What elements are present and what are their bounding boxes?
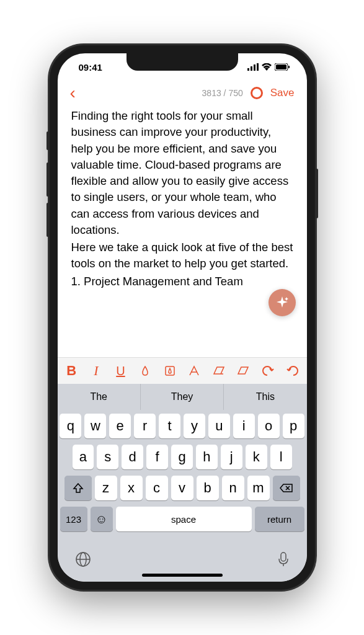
keyboard-suggestions: The They This bbox=[58, 384, 307, 410]
shift-key[interactable] bbox=[64, 476, 92, 500]
highlight-button[interactable] bbox=[162, 365, 178, 377]
keyboard: q w e r t y u i o p a s d f g h j k l bbox=[58, 410, 307, 543]
key-q[interactable]: q bbox=[60, 414, 81, 438]
key-j[interactable]: j bbox=[221, 445, 242, 469]
key-l[interactable]: l bbox=[270, 445, 292, 469]
signal-icon bbox=[247, 63, 259, 71]
key-e[interactable]: e bbox=[109, 414, 131, 438]
format-toolbar: B I U bbox=[58, 357, 307, 384]
paragraph[interactable]: 1. Project Management and Team bbox=[71, 273, 293, 290]
keyboard-footer bbox=[58, 543, 307, 570]
status-time: 09:41 bbox=[79, 62, 102, 73]
key-n[interactable]: n bbox=[222, 476, 244, 500]
key-c[interactable]: c bbox=[146, 476, 168, 500]
ai-assist-button[interactable] bbox=[269, 289, 296, 316]
eraser-button[interactable] bbox=[236, 365, 252, 377]
space-key[interactable]: space bbox=[116, 507, 252, 531]
sparkle-icon bbox=[275, 295, 290, 310]
undo-button[interactable] bbox=[260, 365, 276, 377]
key-v[interactable]: v bbox=[171, 476, 193, 500]
key-t[interactable]: t bbox=[159, 414, 180, 438]
globe-icon[interactable] bbox=[75, 551, 91, 567]
svg-rect-0 bbox=[247, 68, 249, 71]
backspace-icon bbox=[280, 483, 293, 493]
home-indicator[interactable] bbox=[142, 574, 223, 577]
key-k[interactable]: k bbox=[246, 445, 267, 469]
key-w[interactable]: w bbox=[84, 414, 106, 438]
key-z[interactable]: z bbox=[95, 476, 117, 500]
font-button[interactable] bbox=[186, 364, 202, 378]
wifi-icon bbox=[262, 63, 272, 71]
clear-format-button[interactable] bbox=[211, 365, 227, 377]
numbers-key[interactable]: 123 bbox=[60, 507, 87, 531]
return-key[interactable]: return bbox=[255, 507, 304, 531]
key-d[interactable]: d bbox=[122, 445, 143, 469]
key-h[interactable]: h bbox=[196, 445, 218, 469]
suggestion[interactable]: The bbox=[58, 384, 141, 410]
svg-rect-2 bbox=[254, 64, 255, 71]
key-x[interactable]: x bbox=[120, 476, 143, 500]
svg-rect-5 bbox=[276, 64, 286, 69]
save-button[interactable]: Save bbox=[270, 87, 295, 99]
key-i[interactable]: i bbox=[233, 414, 255, 438]
paragraph[interactable]: Finding the right tools for your small b… bbox=[71, 108, 293, 238]
key-s[interactable]: s bbox=[97, 445, 118, 469]
key-g[interactable]: g bbox=[171, 445, 193, 469]
italic-button[interactable]: I bbox=[88, 363, 104, 379]
loading-indicator bbox=[251, 87, 263, 99]
key-y[interactable]: y bbox=[184, 414, 205, 438]
nav-bar: ‹ 3813 / 750 Save bbox=[58, 81, 307, 108]
svg-rect-1 bbox=[251, 66, 252, 71]
underline-button[interactable]: U bbox=[113, 364, 129, 378]
key-p[interactable]: p bbox=[283, 414, 304, 438]
key-m[interactable]: m bbox=[247, 476, 270, 500]
back-button[interactable]: ‹ bbox=[70, 84, 76, 102]
key-r[interactable]: r bbox=[134, 414, 156, 438]
battery-icon bbox=[275, 63, 290, 71]
emoji-key[interactable]: ☺ bbox=[91, 507, 113, 531]
svg-rect-6 bbox=[288, 66, 290, 68]
svg-rect-3 bbox=[257, 63, 259, 71]
editor-content[interactable]: Finding the right tools for your small b… bbox=[58, 108, 307, 357]
key-o[interactable]: o bbox=[258, 414, 280, 438]
key-b[interactable]: b bbox=[197, 476, 219, 500]
backspace-key[interactable] bbox=[273, 476, 300, 500]
redo-button[interactable] bbox=[285, 365, 301, 377]
mic-icon[interactable] bbox=[277, 551, 290, 567]
key-a[interactable]: a bbox=[73, 445, 94, 469]
paragraph[interactable]: Here we take a quick look at five of the… bbox=[71, 239, 293, 272]
key-f[interactable]: f bbox=[146, 445, 168, 469]
suggestion[interactable]: This bbox=[224, 384, 306, 410]
shift-icon bbox=[73, 482, 84, 494]
svg-rect-11 bbox=[281, 553, 286, 561]
text-color-button[interactable] bbox=[137, 365, 153, 377]
char-counter: 3813 / 750 bbox=[202, 88, 243, 98]
suggestion[interactable]: They bbox=[141, 384, 224, 410]
bold-button[interactable]: B bbox=[64, 363, 80, 379]
key-u[interactable]: u bbox=[208, 414, 230, 438]
